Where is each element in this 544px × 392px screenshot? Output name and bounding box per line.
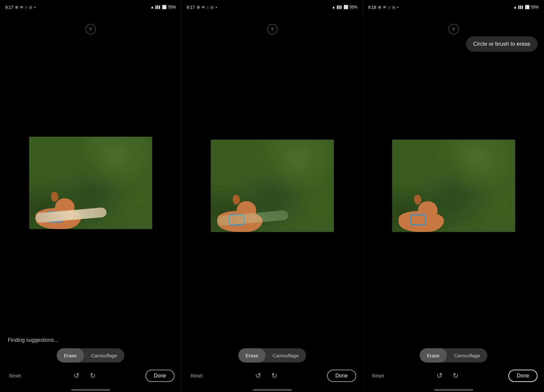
photo-canvas-3 <box>392 140 515 232</box>
photo-canvas-2 <box>211 140 334 232</box>
reset-button-2[interactable]: Reset <box>188 372 205 380</box>
reset-button-3[interactable]: Reset <box>369 372 387 380</box>
bottom-toolbar-1: Reset ↺ ↻ Done <box>0 366 181 389</box>
status-bar-2: 9:17 ⊞ ✉ ⌂ ◎ • ▲ ▌▌▌ ⬜ 55% <box>181 0 362 14</box>
redo-icon-2: ↻ <box>271 372 277 380</box>
status-left-3: 9:18 ⊞ ✉ ⌂ ◎ • <box>368 5 399 10</box>
suggestions-bar-3 <box>363 337 544 346</box>
home-icon-2: ⌂ <box>207 5 209 9</box>
status-bar-3: 9:18 ⊞ ✉ ⌂ ◎ • ▲ ▌▌▌ ⬜ 55% <box>363 0 544 14</box>
wifi-icon-1: ▲ <box>150 5 154 9</box>
home-icon-1: ⌂ <box>25 5 27 9</box>
signal-icon-3: ▌▌▌ <box>518 6 524 9</box>
status-right-1: ▲ ▌▌▌ ⬜ 55% <box>150 5 176 9</box>
grid-icon-1: ⊞ <box>15 5 18 9</box>
time-3: 9:18 <box>368 5 376 10</box>
undo-redo-group-2: ↺ ↻ <box>253 370 280 381</box>
status-bar-1: 9:17 ⊞ ✉ ⌂ ◎ • ▲ ▌▌▌ ⬜ 55% <box>0 0 181 14</box>
home-indicator-2 <box>253 389 292 391</box>
pin-icon-3: ◎ <box>392 5 395 9</box>
toggle-row-2: Erase Camouflage <box>182 346 363 366</box>
undo-redo-group-1: ↺ ↻ <box>71 370 98 381</box>
panel-3: ? Circle or brush to erase <box>363 14 544 392</box>
wifi-icon-3: ▲ <box>513 5 517 9</box>
signal-icon-1: ▌▌▌ <box>155 6 161 9</box>
bottom-toolbar-3: Reset ↺ ↻ Done <box>363 366 544 389</box>
wifi-icon-2: ▲ <box>332 5 336 9</box>
done-button-1[interactable]: Done <box>145 370 175 382</box>
battery-icon-3: ⬜ <box>525 5 530 9</box>
suggestions-text-1: Finding suggestions... <box>8 337 58 343</box>
help-button-2[interactable]: ? <box>267 24 278 34</box>
redo-button-3[interactable]: ↻ <box>450 370 461 381</box>
reset-button-1[interactable]: Reset <box>6 372 24 380</box>
battery-pct-2: 55% <box>350 5 357 9</box>
undo-button-2[interactable]: ↺ <box>253 370 264 381</box>
toggle-pill-3: Erase Camouflage <box>420 348 487 363</box>
photo-frame-1 <box>29 137 152 229</box>
suggestions-bar-2 <box>182 337 363 346</box>
image-area-2 <box>182 34 363 337</box>
redo-icon-3: ↻ <box>453 372 459 380</box>
mail-icon-3: ✉ <box>383 5 386 9</box>
toggle-row-1: Erase Camouflage <box>0 346 181 366</box>
camouflage-button-2[interactable]: Camouflage <box>266 348 306 363</box>
status-right-2: ▲ ▌▌▌ ⬜ 55% <box>332 5 357 9</box>
status-right-3: ▲ ▌▌▌ ⬜ 55% <box>513 5 539 9</box>
undo-button-3[interactable]: ↺ <box>434 370 445 381</box>
bottom-toolbar-2: Reset ↺ ↻ Done <box>182 366 363 389</box>
panel-bottom-2: Erase Camouflage Reset ↺ ↻ Done <box>182 337 363 392</box>
time-2: 9:17 <box>187 5 195 10</box>
toggle-pill-2: Erase Camouflage <box>238 348 306 363</box>
erase-button-3[interactable]: Erase <box>420 348 447 363</box>
status-bars-row: 9:17 ⊞ ✉ ⌂ ◎ • ▲ ▌▌▌ ⬜ 55% 9:17 ⊞ ✉ ⌂ ◎ … <box>0 0 544 14</box>
mail-icon-1: ✉ <box>20 5 23 9</box>
image-area-3 <box>363 34 544 337</box>
photo-frame-2 <box>211 140 334 232</box>
dot-icon-1: • <box>34 5 36 9</box>
battery-pct-3: 55% <box>531 5 539 9</box>
panel-bottom-1: Finding suggestions... Erase Camouflage … <box>0 331 181 392</box>
undo-icon-3: ↺ <box>436 372 442 380</box>
home-indicator-1 <box>71 389 110 391</box>
undo-icon-2: ↺ <box>255 372 261 380</box>
battery-icon-2: ⬜ <box>344 5 348 9</box>
signal-icon-2: ▌▌▌ <box>337 6 342 9</box>
home-icon-3: ⌂ <box>388 5 390 9</box>
dot-icon-3: • <box>397 5 399 9</box>
toggle-pill-1: Erase Camouflage <box>57 348 124 363</box>
pin-icon-1: ◎ <box>29 5 32 9</box>
undo-redo-group-3: ↺ ↻ <box>434 370 461 381</box>
panel-bottom-3: Erase Camouflage Reset ↺ ↻ Done <box>363 337 544 392</box>
undo-button-1[interactable]: ↺ <box>71 370 82 381</box>
status-left-1: 9:17 ⊞ ✉ ⌂ ◎ • <box>5 5 36 10</box>
dog-harness-3 <box>410 214 426 225</box>
image-area-1 <box>0 34 181 331</box>
main-panels: ? Finding suggestions... Erase <box>0 14 544 392</box>
help-button-1[interactable]: ? <box>85 24 96 34</box>
mail-icon-2: ✉ <box>202 5 205 9</box>
camouflage-button-1[interactable]: Camouflage <box>84 348 124 363</box>
suggestions-bar-1: Finding suggestions... <box>0 331 181 346</box>
redo-button-2[interactable]: ↻ <box>269 370 280 381</box>
camouflage-button-3[interactable]: Camouflage <box>447 348 487 363</box>
photo-frame-3 <box>392 140 515 232</box>
pin-icon-2: ◎ <box>210 5 214 9</box>
panel-2: ? Erase Camouflage <box>181 14 363 392</box>
time-1: 9:17 <box>5 5 13 10</box>
tooltip-bubble-3: Circle or brush to erase <box>466 36 538 52</box>
erase-button-1[interactable]: Erase <box>57 348 84 363</box>
done-button-2[interactable]: Done <box>327 370 356 382</box>
photo-canvas-1 <box>29 137 152 229</box>
dot-icon-2: • <box>216 5 217 9</box>
status-left-2: 9:17 ⊞ ✉ ⌂ ◎ • <box>187 5 217 10</box>
erase-button-2[interactable]: Erase <box>238 348 265 363</box>
done-button-3[interactable]: Done <box>508 370 538 382</box>
help-button-3[interactable]: ? <box>448 24 459 34</box>
battery-icon-1: ⬜ <box>162 5 167 9</box>
home-indicator-3 <box>434 389 473 391</box>
grid-icon-2: ⊞ <box>197 5 200 9</box>
tooltip-text-3: Circle or brush to erase <box>473 41 530 47</box>
redo-icon-1: ↻ <box>90 372 96 380</box>
redo-button-1[interactable]: ↻ <box>87 370 98 381</box>
